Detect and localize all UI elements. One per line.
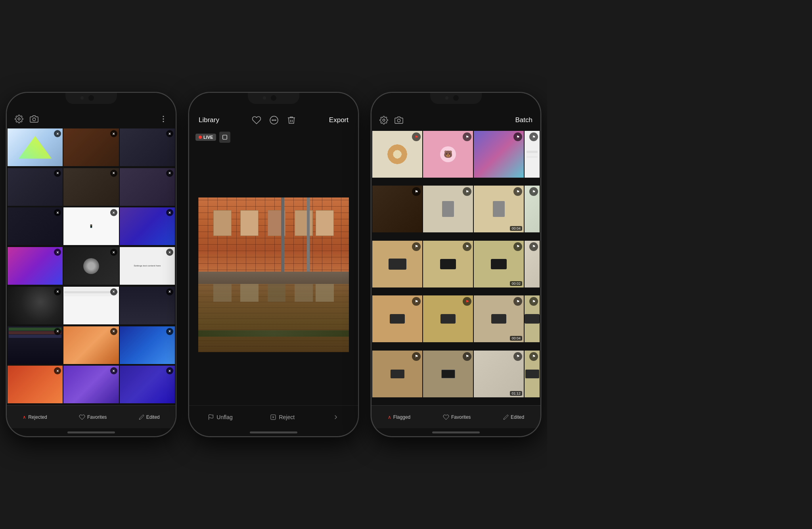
photo-cell-8[interactable]: × 📱 — [63, 207, 119, 245]
camera-icon-left[interactable] — [30, 115, 38, 123]
close-btn-14[interactable]: × — [110, 288, 117, 295]
photo-cell-19[interactable]: × — [8, 366, 63, 403]
close-btn-15[interactable]: × — [166, 288, 173, 295]
flagged-label: Flagged — [393, 414, 410, 420]
right-photo-2[interactable]: ⚑ 🐻 — [423, 131, 473, 178]
photo-cell-13[interactable]: × — [8, 287, 63, 324]
svg-rect-9 — [223, 135, 227, 140]
flag-btn-11[interactable]: ⚑ — [513, 242, 522, 251]
svg-point-7 — [274, 120, 274, 121]
right-photo-3[interactable]: ⚑ — [474, 131, 524, 178]
right-photo-15[interactable]: ⚑ 00:04 — [474, 295, 524, 342]
right-photo-16[interactable]: ⚑ — [525, 295, 540, 342]
photo-cell-11[interactable]: × — [63, 247, 119, 285]
right-photo-20[interactable]: ⚑ — [525, 351, 540, 397]
next-action[interactable] — [332, 414, 339, 421]
favorites-item-right[interactable]: Favorites — [443, 414, 471, 420]
unflag-action[interactable]: Unflag — [208, 414, 232, 420]
close-btn-18[interactable]: × — [166, 328, 173, 335]
close-btn-12[interactable]: × — [166, 249, 173, 256]
flag-btn-9[interactable]: ⚑ — [412, 242, 421, 251]
close-btn-3[interactable]: × — [166, 130, 173, 137]
close-btn-16[interactable]: × — [54, 328, 61, 335]
photo-cell-18[interactable]: × — [120, 326, 175, 364]
right-photo-19[interactable]: ⚑ 01:12 — [474, 351, 524, 397]
export-label[interactable]: Export — [329, 116, 349, 124]
flag-btn-20[interactable]: ⚑ — [529, 352, 538, 361]
center-toolbar: Library Export — [189, 110, 358, 130]
rejected-item[interactable]: ∧ Rejected — [23, 414, 47, 420]
reject-action[interactable]: Reject — [270, 414, 295, 420]
flag-btn-1[interactable]: ⚑ — [412, 132, 421, 141]
flag-btn-18[interactable]: ⚑ — [463, 352, 471, 361]
flag-btn-3[interactable]: ⚑ — [513, 132, 522, 141]
camera-icon-right[interactable] — [395, 116, 403, 125]
photo-cell-16[interactable]: × — [8, 326, 63, 364]
edited-item-right[interactable]: Edited — [503, 414, 524, 420]
right-photo-1[interactable]: ⚑ — [372, 131, 422, 178]
flag-btn-10[interactable]: ⚑ — [463, 242, 471, 251]
video-badge-11: 00:02 — [510, 281, 522, 286]
photo-cell-9[interactable]: × — [120, 207, 175, 245]
edited-item-left[interactable]: Edited — [139, 414, 160, 420]
close-btn-11[interactable]: × — [110, 249, 117, 256]
photo-cell-5[interactable]: × — [63, 168, 119, 206]
right-photo-5[interactable]: ⚑ — [372, 186, 422, 232]
still-button[interactable] — [219, 132, 230, 143]
right-photo-6[interactable]: ⚑ — [423, 186, 473, 232]
flag-btn-12[interactable]: ⚑ — [529, 242, 538, 251]
right-photo-9[interactable]: ⚑ — [372, 241, 422, 288]
right-photo-12[interactable]: ⚑ — [525, 241, 540, 288]
close-btn-2[interactable]: × — [110, 130, 117, 137]
close-btn-8[interactable]: × — [110, 209, 117, 216]
photo-cell-3[interactable]: × — [120, 128, 175, 166]
photo-cell-4[interactable]: × — [8, 168, 63, 206]
close-btn-4[interactable]: × — [54, 170, 61, 177]
heart-icon-center[interactable] — [252, 115, 261, 125]
close-btn-17[interactable]: × — [110, 328, 117, 335]
gear-icon-left[interactable] — [15, 115, 23, 123]
right-photo-11[interactable]: ⚑ 00:02 — [474, 241, 524, 288]
svg-point-1 — [33, 118, 35, 121]
photo-cell-15[interactable]: × — [120, 287, 175, 324]
photo-cell-21[interactable]: × — [120, 366, 175, 403]
photo-cell-12[interactable]: × Settings text content here — [120, 247, 175, 285]
right-photo-8[interactable]: ⚑ — [525, 186, 540, 232]
favorites-item-left[interactable]: Favorites — [79, 414, 107, 420]
favorites-label-left: Favorites — [87, 414, 107, 420]
photo-cell-14[interactable]: × — [63, 287, 119, 324]
photo-cell-1[interactable]: × — [8, 128, 63, 166]
bottom-bar-left: ∧ Rejected Favorites Edited — [7, 405, 176, 428]
notch-center — [248, 93, 299, 104]
close-btn-5[interactable]: × — [110, 170, 117, 177]
gear-icon-right[interactable] — [379, 116, 388, 125]
photo-cell-10[interactable]: × — [8, 247, 63, 285]
right-photo-18[interactable]: ⚑ — [423, 351, 473, 397]
trash-icon-center[interactable] — [287, 115, 296, 125]
notch-right — [430, 93, 482, 104]
photo-cell-6[interactable]: × — [120, 168, 175, 206]
right-photo-7[interactable]: ⚑ 00:04 — [474, 186, 524, 232]
photo-cell-17[interactable]: × — [63, 326, 119, 364]
photo-cell-2[interactable]: × — [63, 128, 119, 166]
photo-cell-7[interactable]: × — [8, 207, 63, 245]
library-label[interactable]: Library — [199, 116, 219, 124]
flagged-item[interactable]: ∧ Flagged — [388, 414, 410, 420]
right-photo-4[interactable]: ⚑ — [525, 131, 540, 178]
batch-toolbar: Batch — [372, 110, 540, 130]
flag-btn-4[interactable]: ⚑ — [529, 132, 538, 141]
flag-btn-2[interactable]: ⚑ — [463, 132, 471, 141]
right-photo-13[interactable]: ⚑ — [372, 295, 422, 342]
right-photo-14[interactable]: ⚑ — [423, 295, 473, 342]
close-btn-6[interactable]: × — [166, 170, 173, 177]
more-circle-icon-center[interactable] — [269, 115, 279, 125]
more-icon-left[interactable] — [159, 115, 168, 123]
right-photo-17[interactable]: ⚑ — [372, 351, 422, 397]
flag-btn-19[interactable]: ⚑ — [513, 352, 522, 361]
right-photo-10[interactable]: ⚑ — [423, 241, 473, 288]
flag-btn-17[interactable]: ⚑ — [412, 352, 421, 361]
photo-cell-20[interactable]: × — [63, 366, 119, 403]
live-button[interactable]: LIVE — [195, 134, 216, 141]
main-photo — [196, 196, 351, 354]
close-btn-20[interactable]: × — [110, 367, 117, 374]
